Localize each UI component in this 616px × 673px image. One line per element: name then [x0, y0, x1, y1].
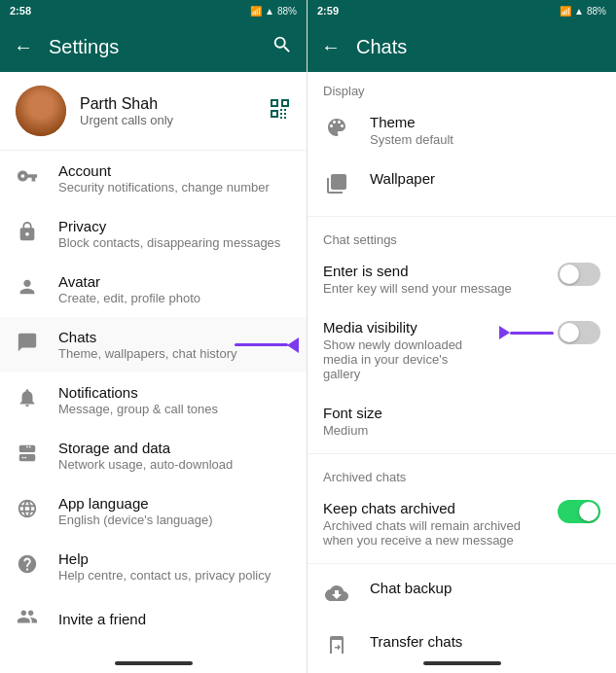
- right-home-indicator: [423, 661, 501, 665]
- chats-item-transfer[interactable]: Transfer chats: [308, 621, 616, 654]
- transfer-content: Transfer chats: [370, 633, 600, 650]
- settings-notifications-text: Notifications Message, group & call tone…: [58, 384, 291, 416]
- settings-item-storage[interactable]: Storage and data Network usage, auto-dow…: [0, 428, 307, 483]
- chats-theme-content: Theme System default: [370, 114, 600, 147]
- divider-3: [308, 563, 616, 564]
- media-visibility-toggle[interactable]: [558, 321, 600, 344]
- left-bottom-bar: [0, 654, 307, 673]
- settings-item-notifications[interactable]: Notifications Message, group & call tone…: [0, 372, 307, 428]
- enter-send-content: Enter is send Enter key will send your m…: [323, 263, 538, 296]
- settings-storage-title: Storage and data: [58, 440, 291, 456]
- display-section-header: Display: [308, 72, 616, 102]
- backup-title: Chat backup: [370, 580, 600, 596]
- right-status-bar: 2:59 📶 ▲ 88%: [308, 0, 616, 21]
- chats-settings-list: Display Theme System default Wallpaper C…: [308, 72, 616, 654]
- chats-item-font-size[interactable]: Font size Medium: [308, 393, 616, 449]
- settings-privacy-text: Privacy Block contacts, disappearing mes…: [58, 218, 291, 250]
- chats-wallpaper-content: Wallpaper: [370, 170, 600, 187]
- right-back-button[interactable]: ←: [321, 36, 341, 58]
- divider-2: [308, 453, 616, 454]
- left-time: 2:58: [10, 5, 31, 17]
- settings-notifications-title: Notifications: [58, 384, 291, 401]
- enter-send-toggle-container: [558, 263, 600, 286]
- key-icon: [16, 165, 39, 192]
- right-battery-text: 88%: [587, 6, 606, 17]
- settings-account-text: Account Security notifications, change n…: [58, 162, 291, 195]
- chats-item-media-visibility[interactable]: Media visibility Show newly downloaded m…: [308, 307, 616, 393]
- settings-item-invite[interactable]: Invite a friend: [0, 594, 307, 644]
- right-app-bar: ← Chats: [308, 21, 616, 72]
- settings-help-title: Help: [58, 550, 291, 567]
- settings-invite-title: Invite a friend: [58, 611, 291, 627]
- settings-item-account[interactable]: Account Security notifications, change n…: [0, 151, 307, 206]
- settings-language-text: App language English (device's language): [58, 495, 291, 527]
- right-arrow-annotation: [499, 326, 554, 339]
- keep-archived-toggle[interactable]: [558, 500, 600, 523]
- left-panel: 2:58 📶 ▲ 88% ← Settings Parth Shah Urgen…: [0, 0, 308, 673]
- chats-item-theme[interactable]: Theme System default: [308, 102, 616, 159]
- left-search-button[interactable]: [272, 34, 293, 60]
- chat-settings-header: Chat settings: [308, 221, 616, 251]
- help-icon: [16, 553, 39, 580]
- qr-button[interactable]: [268, 96, 291, 125]
- settings-account-title: Account: [58, 162, 291, 179]
- profile-section[interactable]: Parth Shah Urgent calls only: [0, 72, 307, 151]
- profile-name: Parth Shah: [80, 95, 254, 113]
- left-app-bar-title: Settings: [49, 36, 256, 58]
- right-wifi-icon: ▲: [574, 6, 584, 17]
- settings-item-chats[interactable]: Chats Theme, wallpapers, chat history: [0, 317, 307, 372]
- chats-theme-title: Theme: [370, 114, 600, 130]
- transfer-title: Transfer chats: [370, 633, 600, 650]
- settings-account-subtitle: Security notifications, change number: [58, 180, 291, 195]
- left-status-icons: 📶 ▲ 88%: [250, 6, 297, 17]
- avatar-icon: [16, 276, 39, 302]
- media-visibility-subtitle: Show newly downloaded media in your devi…: [323, 337, 480, 381]
- keep-archived-toggle-thumb: [579, 502, 598, 521]
- keep-archived-title: Keep chats archived: [323, 500, 538, 516]
- settings-avatar-text: Avatar Create, edit, profile photo: [58, 273, 291, 305]
- wallpaper-icon: [323, 172, 350, 200]
- settings-item-language[interactable]: App language English (device's language): [0, 483, 307, 539]
- settings-help-text: Help Help centre, contact us, privacy po…: [58, 550, 291, 583]
- battery-text: 88%: [277, 6, 297, 17]
- chats-item-wallpaper[interactable]: Wallpaper: [308, 159, 616, 212]
- avatar: [16, 86, 66, 136]
- settings-item-help[interactable]: Help Help centre, contact us, privacy po…: [0, 539, 307, 594]
- left-back-button[interactable]: ←: [14, 36, 33, 58]
- chats-item-backup[interactable]: Chat backup: [308, 568, 616, 621]
- chat-icon: [16, 332, 39, 358]
- enter-send-subtitle: Enter key will send your message: [323, 281, 538, 296]
- enter-send-toggle[interactable]: [558, 263, 600, 286]
- profile-info: Parth Shah Urgent calls only: [80, 95, 254, 127]
- sim-icon: 📶: [250, 6, 262, 17]
- media-visibility-toggle-thumb: [560, 323, 579, 342]
- theme-icon: [323, 116, 350, 144]
- archived-section-header: Archived chats: [308, 458, 616, 488]
- enter-send-toggle-thumb: [560, 265, 579, 284]
- bell-icon: [16, 387, 39, 413]
- right-app-bar-title: Chats: [356, 36, 602, 58]
- settings-item-privacy[interactable]: Privacy Block contacts, disappearing mes…: [0, 206, 307, 262]
- profile-status: Urgent calls only: [80, 113, 254, 127]
- settings-storage-subtitle: Network usage, auto-download: [58, 457, 291, 472]
- chats-wallpaper-title: Wallpaper: [370, 170, 600, 187]
- home-indicator: [115, 661, 193, 665]
- media-visibility-title: Media visibility: [323, 319, 480, 336]
- media-visibility-content: Media visibility Show newly downloaded m…: [323, 319, 480, 381]
- font-size-content: Font size Medium: [323, 405, 600, 438]
- keep-archived-content: Keep chats archived Archived chats will …: [323, 500, 538, 548]
- chats-item-keep-archived[interactable]: Keep chats archived Archived chats will …: [308, 488, 616, 559]
- right-panel: 2:59 📶 ▲ 88% ← Chats Display Theme Syste…: [308, 0, 616, 673]
- settings-language-subtitle: English (device's language): [58, 513, 291, 527]
- enter-send-title: Enter is send: [323, 263, 538, 279]
- settings-notifications-subtitle: Message, group & call tones: [58, 402, 291, 416]
- globe-icon: [16, 498, 39, 524]
- settings-storage-text: Storage and data Network usage, auto-dow…: [58, 440, 291, 472]
- settings-privacy-subtitle: Block contacts, disappearing messages: [58, 235, 291, 250]
- wifi-icon: ▲: [265, 6, 274, 17]
- font-size-subtitle: Medium: [323, 423, 600, 438]
- settings-item-avatar[interactable]: Avatar Create, edit, profile photo: [0, 262, 307, 317]
- settings-help-subtitle: Help centre, contact us, privacy policy: [58, 568, 291, 583]
- divider-1: [308, 216, 616, 217]
- chats-item-enter-send[interactable]: Enter is send Enter key will send your m…: [308, 251, 616, 307]
